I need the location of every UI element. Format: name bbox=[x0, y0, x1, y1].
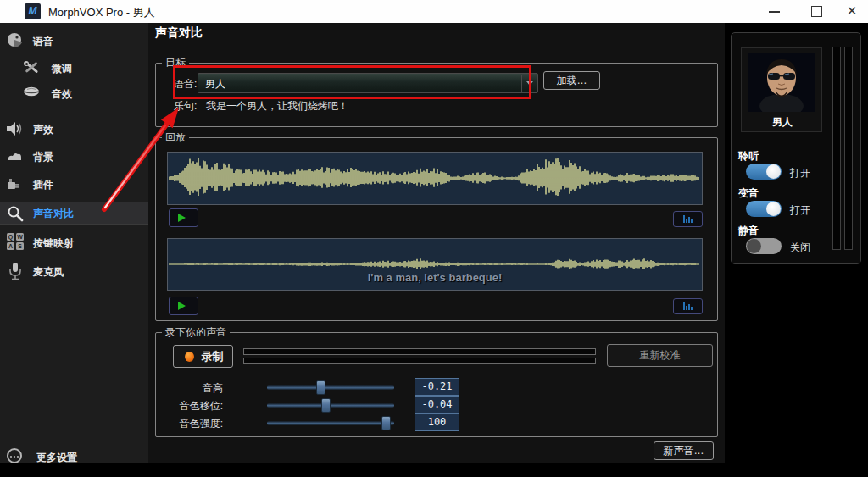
svg-text:W: W bbox=[17, 234, 23, 240]
sidebar-item-key-mapping[interactable]: Q W A S 按键映射 bbox=[0, 232, 148, 254]
sidebar-item-label: 声音对比 bbox=[33, 207, 74, 221]
pitch-label: 音高 bbox=[155, 381, 223, 396]
timbre-strength-slider[interactable] bbox=[267, 421, 394, 425]
target-spectrum-button[interactable] bbox=[673, 211, 703, 227]
app-logo-icon: M bbox=[25, 3, 41, 19]
morph-toggle[interactable] bbox=[746, 201, 782, 217]
annotation-arrow bbox=[81, 93, 191, 220]
timbre-strength-value-field[interactable]: 100 bbox=[415, 413, 459, 431]
record-button-label: 录制 bbox=[202, 350, 224, 363]
waveform-caption: I'm a man, let's barbeque! bbox=[168, 271, 702, 284]
listen-toggle[interactable] bbox=[746, 164, 782, 180]
pitch-slider-thumb[interactable] bbox=[316, 380, 326, 395]
sidebar-item-label: 微调 bbox=[52, 62, 72, 76]
toggle-knob bbox=[766, 202, 781, 216]
morph-label: 变音 bbox=[738, 186, 759, 201]
timbre-shift-value-field[interactable]: -0.04 bbox=[415, 396, 459, 413]
level-meter-left bbox=[832, 47, 841, 250]
more-settings-icon bbox=[6, 447, 23, 464]
record-button[interactable]: 录制 bbox=[173, 345, 233, 368]
tools-icon bbox=[23, 59, 40, 76]
timbre-shift-slider[interactable] bbox=[267, 403, 394, 408]
mute-state-label: 关闭 bbox=[790, 241, 810, 255]
level-meter-right bbox=[844, 47, 853, 250]
minimize-button[interactable] bbox=[761, 0, 787, 23]
window-title: MorphVOX Pro - 男人 bbox=[48, 5, 155, 20]
svg-text:S: S bbox=[18, 243, 22, 249]
plugin-icon bbox=[6, 176, 23, 191]
target-waveform-display bbox=[167, 152, 703, 205]
sidebar-item-label: 麦克风 bbox=[33, 265, 64, 280]
annotation-highlight-box bbox=[173, 65, 531, 99]
minimize-icon bbox=[769, 11, 780, 13]
sidebar-item-label: 声效 bbox=[33, 123, 53, 137]
phrase-text: 我是一个男人，让我们烧烤吧！ bbox=[206, 99, 348, 114]
recalibrate-button[interactable]: 重新校准 bbox=[607, 344, 713, 367]
sidebar-item-label: 音效 bbox=[52, 87, 72, 102]
voice-avatar-frame: 男人 bbox=[741, 47, 822, 132]
pitch-value-field[interactable]: -0.21 bbox=[415, 378, 459, 396]
pitch-slider[interactable] bbox=[267, 385, 394, 390]
timbre-shift-slider-thumb[interactable] bbox=[321, 398, 331, 413]
title-bar: M MorphVOX Pro - 男人 ✕ bbox=[0, 0, 868, 23]
target-waveform bbox=[168, 153, 702, 204]
record-level-bar-bottom bbox=[243, 358, 596, 364]
microphone-icon bbox=[8, 262, 23, 280]
toggle-knob bbox=[766, 164, 781, 179]
your-voice-waveform-display: I'm a man, let's barbeque! bbox=[167, 238, 703, 291]
mute-label: 静音 bbox=[738, 224, 759, 238]
spectrum-icon bbox=[674, 212, 702, 226]
listen-label: 聆听 bbox=[738, 149, 759, 164]
page-title: 声音对比 bbox=[155, 25, 203, 41]
sidebar-item-label: 按键映射 bbox=[33, 236, 74, 251]
voice-head-icon bbox=[6, 31, 23, 48]
svg-text:Q: Q bbox=[8, 234, 14, 241]
listen-state-label: 打开 bbox=[790, 166, 810, 180]
record-dot-icon bbox=[185, 352, 194, 362]
maximize-icon bbox=[811, 6, 822, 17]
mute-toggle[interactable] bbox=[746, 238, 782, 254]
morph-state-label: 打开 bbox=[790, 203, 810, 218]
speaker-icon bbox=[6, 121, 23, 136]
sidebar-item-tweak[interactable]: 微调 bbox=[0, 58, 148, 80]
record-group-legend: 录下你的声音 bbox=[162, 327, 230, 338]
bottom-black-bar bbox=[0, 463, 868, 477]
close-button[interactable]: ✕ bbox=[839, 0, 865, 23]
play-icon bbox=[178, 302, 186, 310]
hotkeys-icon: Q W A S bbox=[6, 232, 26, 252]
svg-text:A: A bbox=[8, 243, 13, 249]
lips-icon bbox=[23, 86, 40, 98]
toggle-knob bbox=[747, 239, 761, 253]
new-voice-button[interactable]: 新声音… bbox=[654, 441, 714, 460]
sidebar-item-voices[interactable]: 语音 bbox=[0, 31, 148, 53]
timbre-shift-label: 音色移位: bbox=[155, 399, 223, 413]
your-voice-spectrum-button[interactable] bbox=[673, 298, 703, 314]
load-button[interactable]: 加载… bbox=[543, 71, 600, 90]
spectrum-icon bbox=[674, 299, 702, 313]
magnifier-icon bbox=[7, 205, 24, 222]
play-your-voice-button[interactable] bbox=[169, 297, 198, 315]
record-level-bar-top bbox=[243, 348, 596, 355]
sidebar-item-label: 背景 bbox=[33, 150, 53, 164]
cloud-icon bbox=[6, 150, 23, 162]
sidebar-item-label: 插件 bbox=[33, 178, 53, 192]
avatar-name-label: 男人 bbox=[742, 115, 823, 130]
sidebar-item-label: 语音 bbox=[33, 35, 53, 49]
close-icon: ✕ bbox=[847, 3, 858, 18]
timbre-strength-slider-thumb[interactable] bbox=[381, 416, 391, 430]
maximize-button[interactable] bbox=[804, 0, 829, 23]
timbre-strength-label: 音色强度: bbox=[155, 417, 223, 431]
voice-avatar bbox=[748, 53, 815, 112]
sidebar-item-microphone[interactable]: 麦克风 bbox=[0, 261, 148, 283]
